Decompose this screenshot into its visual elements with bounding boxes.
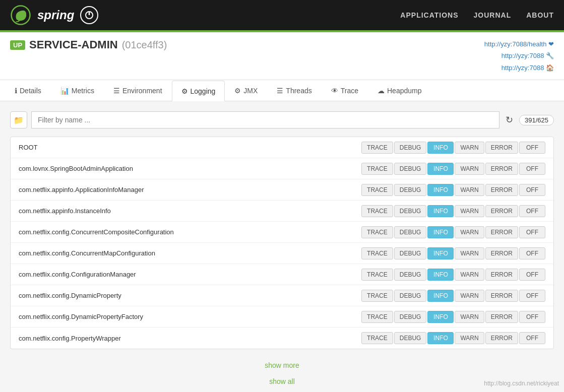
health-link[interactable]: http://yzy:7088/health ❤ [484, 38, 554, 50]
log-buttons: TRACE DEBUG INFO WARN ERROR OFF [361, 332, 545, 344]
app-name: SERVICE-ADMIN [29, 38, 118, 51]
logging-icon: ⚙ [181, 87, 188, 95]
refresh-icon: ↻ [506, 115, 513, 125]
log-buttons: TRACE DEBUG INFO WARN ERROR OFF [361, 163, 545, 175]
info-button[interactable]: INFO [427, 205, 454, 217]
info-button[interactable]: INFO [427, 184, 454, 196]
error-button[interactable]: ERROR [485, 163, 518, 175]
error-button[interactable]: ERROR [485, 142, 518, 154]
metrics-icon: 📊 [60, 87, 69, 95]
debug-button[interactable]: DEBUG [394, 163, 427, 175]
info-button[interactable]: INFO [427, 142, 454, 154]
error-button[interactable]: ERROR [485, 226, 518, 238]
tab-heapdump[interactable]: ☁ Heapdump [368, 80, 431, 101]
off-button[interactable]: OFF [519, 205, 545, 217]
filter-input[interactable] [31, 111, 499, 128]
off-button[interactable]: OFF [519, 311, 545, 323]
info-button[interactable]: INFO [427, 332, 454, 344]
tab-trace[interactable]: 👁 Trace [322, 80, 368, 101]
off-button[interactable]: OFF [519, 290, 545, 302]
nav-journal[interactable]: JOURNAL [474, 11, 512, 19]
warn-button[interactable]: WARN [455, 332, 484, 344]
off-button[interactable]: OFF [519, 226, 545, 238]
off-button[interactable]: OFF [519, 269, 545, 281]
status-badge: UP [10, 40, 25, 50]
show-all-link[interactable]: show all [10, 373, 554, 389]
error-button[interactable]: ERROR [485, 184, 518, 196]
tab-jmx[interactable]: ⚙ JMX [225, 80, 267, 101]
log-buttons: TRACE DEBUG INFO WARN ERROR OFF [361, 311, 545, 323]
trace-button[interactable]: TRACE [361, 163, 393, 175]
tab-environment[interactable]: ☰ Environment [104, 80, 172, 101]
logger-name: com.netflix.config.ConfigurationManager [19, 266, 361, 283]
warn-button[interactable]: WARN [455, 205, 484, 217]
info-button[interactable]: INFO [427, 226, 454, 238]
info-button[interactable]: INFO [427, 290, 454, 302]
home-link[interactable]: http://yzy:7088 🏠 [484, 62, 554, 74]
trace-button[interactable]: TRACE [361, 290, 393, 302]
trace-icon: 👁 [331, 87, 338, 95]
tab-logging[interactable]: ⚙ Logging [172, 81, 225, 101]
table-row: com.netflix.config.ConfigurationManager … [11, 264, 553, 285]
trace-button[interactable]: TRACE [361, 205, 393, 217]
trace-button[interactable]: TRACE [361, 332, 393, 344]
warn-button[interactable]: WARN [455, 163, 484, 175]
debug-button[interactable]: DEBUG [394, 184, 427, 196]
count-badge: 391/625 [519, 115, 554, 125]
info-button[interactable]: INFO [427, 269, 454, 281]
nav-applications[interactable]: APPLICATIONS [400, 11, 458, 19]
off-button[interactable]: OFF [519, 163, 545, 175]
logger-table: ROOT TRACE DEBUG INFO WARN ERROR OFF com… [10, 137, 554, 349]
error-button[interactable]: ERROR [485, 332, 518, 344]
folder-button[interactable]: 📁 [10, 111, 27, 128]
off-button[interactable]: OFF [519, 247, 545, 259]
refresh-button[interactable]: ↻ [504, 112, 515, 127]
error-button[interactable]: ERROR [485, 247, 518, 259]
debug-button[interactable]: DEBUG [394, 332, 427, 344]
error-button[interactable]: ERROR [485, 269, 518, 281]
off-button[interactable]: OFF [519, 142, 545, 154]
table-row: com.netflix.config.ConcurrentCompositeCo… [11, 222, 553, 243]
actuator-link[interactable]: http://yzy:7088 🔧 [484, 50, 554, 61]
navbar: spring APPLICATIONS JOURNAL ABOUT [0, 0, 564, 30]
debug-button[interactable]: DEBUG [394, 226, 427, 238]
off-button[interactable]: OFF [519, 332, 545, 344]
show-more-link[interactable]: show more [10, 357, 554, 373]
warn-button[interactable]: WARN [455, 226, 484, 238]
off-button[interactable]: OFF [519, 184, 545, 196]
log-buttons: TRACE DEBUG INFO WARN ERROR OFF [361, 205, 545, 217]
env-icon: ☰ [113, 87, 120, 95]
warn-button[interactable]: WARN [455, 142, 484, 154]
warn-button[interactable]: WARN [455, 290, 484, 302]
error-button[interactable]: ERROR [485, 311, 518, 323]
debug-button[interactable]: DEBUG [394, 311, 427, 323]
debug-button[interactable]: DEBUG [394, 205, 427, 217]
trace-button[interactable]: TRACE [361, 226, 393, 238]
tab-details[interactable]: ℹ Details [5, 80, 51, 101]
error-button[interactable]: ERROR [485, 205, 518, 217]
trace-button[interactable]: TRACE [361, 142, 393, 154]
debug-button[interactable]: DEBUG [394, 290, 427, 302]
trace-button[interactable]: TRACE [361, 269, 393, 281]
info-button[interactable]: INFO [427, 163, 454, 175]
warn-button[interactable]: WARN [455, 269, 484, 281]
bottom-links: show more show all [10, 357, 554, 389]
tab-metrics[interactable]: 📊 Metrics [51, 80, 104, 101]
debug-button[interactable]: DEBUG [394, 269, 427, 281]
info-button[interactable]: INFO [427, 311, 454, 323]
info-button[interactable]: INFO [427, 247, 454, 259]
trace-button[interactable]: TRACE [361, 184, 393, 196]
debug-button[interactable]: DEBUG [394, 142, 427, 154]
tab-threads[interactable]: ☰ Threads [267, 80, 321, 101]
spring-logo [10, 5, 31, 26]
warn-button[interactable]: WARN [455, 184, 484, 196]
warn-button[interactable]: WARN [455, 247, 484, 259]
log-buttons: TRACE DEBUG INFO WARN ERROR OFF [361, 269, 545, 281]
error-button[interactable]: ERROR [485, 290, 518, 302]
debug-button[interactable]: DEBUG [394, 247, 427, 259]
nav-about[interactable]: ABOUT [526, 11, 554, 19]
trace-button[interactable]: TRACE [361, 247, 393, 259]
brand: spring [10, 5, 98, 26]
warn-button[interactable]: WARN [455, 311, 484, 323]
trace-button[interactable]: TRACE [361, 311, 393, 323]
